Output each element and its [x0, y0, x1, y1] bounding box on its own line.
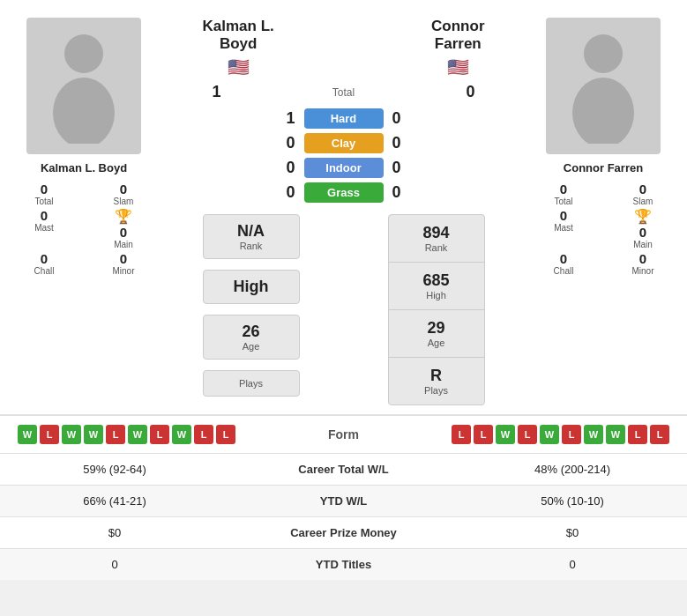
- form-badge-right: L: [650, 425, 669, 444]
- clay-button[interactable]: Clay: [304, 133, 384, 153]
- right-age-cell: 29 Age: [389, 310, 484, 358]
- left-age-value: 26: [218, 323, 285, 341]
- surface-rows: 1 Hard 0 0 Clay 0 0 Indoor 0 0 Grass 0: [203, 108, 485, 207]
- trophy-icon-left: 🏆: [115, 208, 132, 225]
- grass-right: 0: [384, 183, 410, 202]
- left-plays-label: Plays: [218, 378, 285, 389]
- right-stat-chall: 0 Chall: [528, 251, 599, 276]
- stats-right-value: $0: [475, 526, 669, 539]
- form-badge-left: L: [150, 425, 169, 444]
- form-badge-left: W: [84, 425, 103, 444]
- form-badge-right: W: [584, 425, 603, 444]
- right-stat-mast: 0 Mast: [528, 208, 599, 249]
- left-rank-value: N/A: [218, 222, 285, 241]
- form-badge-left: L: [216, 425, 235, 444]
- svg-point-3: [572, 78, 634, 144]
- form-section: WLWWLWLWLL Form LLWLWLWWLL: [0, 414, 687, 453]
- right-stat-minor: 0 Minor: [608, 251, 678, 276]
- stats-row: 59% (92-64) Career Total W/L 48% (200-21…: [0, 453, 687, 485]
- svg-point-1: [53, 78, 115, 144]
- names-row: Kalman L.Boyd 🇺🇸 ConnorFarren 🇺🇸: [203, 18, 485, 78]
- left-stat-slam: 0 Slam: [88, 182, 159, 206]
- right-stat-main: 🏆 0 Main: [608, 208, 678, 249]
- stats-left-value: 0: [18, 558, 212, 571]
- right-rank-cell: 894 Rank: [389, 215, 484, 263]
- right-plays-label: Plays: [396, 385, 477, 396]
- stats-row: 66% (41-21) YTD W/L 50% (10-10): [0, 485, 687, 516]
- grass-button[interactable]: Grass: [304, 182, 384, 203]
- stats-row: $0 Career Prize Money $0: [0, 516, 687, 548]
- right-player-stats: 0 Total 0 Slam 0 Mast 🏆 0 Main 0 Chall 0: [528, 182, 678, 276]
- right-flag: 🇺🇸: [447, 56, 469, 78]
- left-form-badges: WLWWLWLWLL: [18, 425, 235, 444]
- stats-right-value: 50% (10-10): [475, 494, 669, 508]
- right-player-name: Connor Farren: [564, 161, 643, 174]
- right-player-card: Connor Farren 0 Total 0 Slam 0 Mast 🏆 0 …: [528, 18, 678, 276]
- total-left-score: 1: [203, 83, 231, 101]
- right-center-name: ConnorFarren: [431, 18, 484, 53]
- left-high-value: High: [218, 278, 285, 296]
- trophy-icon-right: 🏆: [634, 208, 652, 225]
- stats-left-value: $0: [18, 526, 212, 539]
- form-badge-right: L: [518, 425, 537, 444]
- right-high-label: High: [396, 290, 477, 301]
- stats-row: 0 YTD Titles 0: [0, 548, 687, 580]
- stats-right-value: 48% (200-214): [475, 463, 669, 476]
- form-badge-left: L: [40, 425, 59, 444]
- form-badge-right: W: [606, 425, 625, 444]
- right-stats-panel: 894 Rank 685 High 29 Age R Plays: [388, 214, 485, 405]
- hard-row: 1 Hard 0: [203, 108, 485, 129]
- right-plays-cell: R Plays: [389, 358, 484, 404]
- left-center-block: Kalman L.Boyd 🇺🇸: [203, 18, 274, 78]
- total-label: Total: [231, 86, 457, 99]
- form-badge-left: L: [194, 425, 213, 444]
- form-badge-left: W: [128, 425, 147, 444]
- left-player-avatar: [26, 18, 141, 154]
- right-age-value: 29: [396, 319, 477, 338]
- total-right-score: 0: [457, 83, 485, 101]
- right-plays-value: R: [396, 367, 477, 385]
- form-badge-left: W: [62, 425, 81, 444]
- stats-left-value: 59% (92-64): [18, 463, 212, 476]
- indoor-button[interactable]: Indoor: [304, 158, 384, 178]
- right-high-cell: 685 High: [389, 263, 484, 310]
- left-plays-box: Plays: [203, 370, 300, 397]
- right-player-avatar: [546, 18, 661, 154]
- left-stat-total: 0 Total: [9, 182, 79, 206]
- indoor-right: 0: [384, 159, 410, 177]
- form-label: Form: [328, 427, 359, 442]
- left-rank-label: Rank: [218, 241, 285, 251]
- grass-row: 0 Grass 0: [203, 182, 485, 203]
- hard-button[interactable]: Hard: [304, 108, 384, 129]
- left-high-box: High: [203, 270, 300, 304]
- indoor-row: 0 Indoor 0: [203, 158, 485, 178]
- form-badge-right: L: [452, 425, 471, 444]
- grass-left: 0: [278, 183, 304, 202]
- right-high-value: 685: [396, 271, 477, 290]
- left-player-card: Kalman L. Boyd 0 Total 0 Slam 0 Mast 🏆 0…: [9, 18, 159, 276]
- form-badge-right: W: [540, 425, 559, 444]
- clay-right: 0: [384, 134, 410, 152]
- left-age-box: 26 Age: [203, 315, 300, 360]
- right-rank-value: 894: [396, 224, 477, 242]
- form-badge-right: L: [474, 425, 493, 444]
- total-score-row: 1 Total 0: [203, 83, 485, 101]
- left-stat-mast: 0 Mast: [9, 208, 79, 249]
- svg-point-0: [64, 34, 103, 73]
- indoor-left: 0: [278, 159, 304, 177]
- left-player-stats: 0 Total 0 Slam 0 Mast 🏆 0 Main 0 Chall 0: [9, 182, 159, 276]
- stats-center-label: YTD Titles: [212, 558, 475, 571]
- form-badge-left: W: [172, 425, 191, 444]
- clay-row: 0 Clay 0: [203, 133, 485, 153]
- top-section: Kalman L. Boyd 0 Total 0 Slam 0 Mast 🏆 0…: [0, 0, 687, 414]
- form-badge-right: L: [562, 425, 581, 444]
- stats-center-label: Career Total W/L: [212, 463, 475, 476]
- form-badge-right: W: [496, 425, 515, 444]
- right-stat-slam: 0 Slam: [608, 182, 678, 206]
- left-stat-minor: 0 Minor: [88, 251, 159, 276]
- stats-left-value: 66% (41-21): [18, 494, 212, 508]
- stats-center-label: YTD W/L: [212, 494, 475, 508]
- form-badge-left: L: [106, 425, 125, 444]
- hard-left: 1: [278, 109, 304, 128]
- hard-right: 0: [384, 109, 410, 128]
